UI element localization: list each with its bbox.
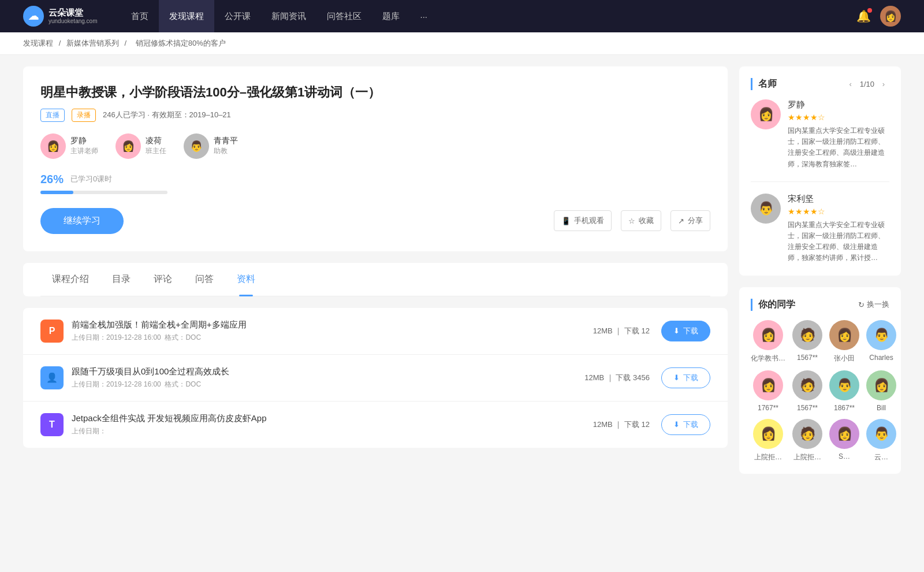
badge-rec: 录播 — [72, 109, 96, 122]
continue-button[interactable]: 继续学习 — [40, 208, 124, 234]
classmate-name-1: 1567** — [797, 354, 818, 362]
nav-right: 🔔 👩 — [856, 6, 901, 27]
teacher-name-0: 罗静 — [70, 136, 98, 146]
nav-item-news[interactable]: 新闻资讯 — [261, 0, 316, 32]
classmate-name-6: 1867** — [834, 404, 855, 412]
tab-resources[interactable]: 资料 — [225, 263, 267, 296]
resource-icon-2: T — [40, 413, 64, 436]
classmate-item-9: 🧑 上院拒… — [792, 419, 822, 462]
tab-review[interactable]: 评论 — [142, 263, 184, 296]
sidebar-teacher-desc-1: 国内某重点大学安全工程专业硕士，国家一级注册消防工程师、注册安全工程师、级注册建… — [788, 220, 889, 264]
course-title: 明星中教授课，小学阶段语法100分–强化级第1讲动词（一） — [40, 84, 710, 102]
nav-item-open[interactable]: 公开课 — [214, 0, 261, 32]
classmate-avatar-9[interactable]: 🧑 — [792, 419, 822, 449]
tab-intro[interactable]: 课程介绍 — [40, 263, 100, 296]
classmate-item-5: 🧑 1567** — [792, 370, 822, 412]
classmate-name-7: Bill — [877, 404, 886, 412]
sidebar: 名师 ‹ 1/10 › 👩 罗静 ★★★★☆ 国内某重点大学安全工程专业硕士，国… — [739, 66, 901, 485]
classmate-name-4: 1767** — [758, 404, 778, 412]
classmate-avatar-8[interactable]: 👩 — [753, 419, 783, 449]
resource-stats-0: 12MB ｜ 下载 12 — [593, 326, 650, 336]
download-button-1[interactable]: ⬇ 下载 — [661, 367, 710, 388]
download-button-2[interactable]: ⬇ 下载 — [661, 414, 710, 435]
share-button[interactable]: ↗ 分享 — [670, 210, 710, 231]
nav-item-discover[interactable]: 发现课程 — [159, 0, 214, 32]
teacher-item-2: 👨 青青平 助教 — [184, 133, 238, 159]
classmate-item-6: 👨 1867** — [829, 370, 859, 412]
course-meta-text: 246人已学习 · 有效期至：2019–10–21 — [103, 110, 231, 120]
bell-dot — [867, 8, 872, 13]
resource-title-2: Jetpack全组件实战 开发短视频应用高仿皮皮虾App — [72, 413, 593, 424]
tab-qa[interactable]: 问答 — [184, 263, 225, 296]
classmate-avatar-1[interactable]: 🧑 — [792, 320, 822, 350]
user-avatar[interactable]: 👩 — [880, 6, 901, 27]
mobile-watch-button[interactable]: 📱 手机观看 — [554, 210, 612, 231]
classmate-name-9: 上院拒… — [793, 452, 821, 462]
tab-catalog[interactable]: 目录 — [100, 263, 142, 296]
breadcrumb: 发现课程 / 新媒体营销系列 / 销冠修炼术搞定80%的客户 — [0, 32, 924, 55]
classmate-avatar-7[interactable]: 👩 — [866, 370, 896, 400]
classmate-avatar-3[interactable]: 👨 — [866, 320, 896, 350]
classmate-item-2: 👩 张小田 — [829, 320, 859, 363]
classmate-avatar-4[interactable]: 👩 — [753, 370, 783, 400]
classmate-name-11: 云… — [874, 452, 888, 462]
classmate-avatar-2[interactable]: 👩 — [829, 320, 859, 350]
nav-item-more[interactable]: ··· — [410, 0, 438, 32]
download-icon-0: ⬇ — [673, 326, 680, 335]
classmate-name-2: 张小田 — [834, 354, 855, 363]
mobile-icon: 📱 — [561, 217, 571, 225]
bell-icon[interactable]: 🔔 — [856, 9, 871, 23]
classmate-avatar-10[interactable]: 👩 — [829, 419, 859, 449]
resource-icon-1: 👤 — [40, 366, 64, 389]
resource-title-1: 跟随千万级项目从0到100全过程高效成长 — [72, 366, 584, 377]
classmate-name-5: 1567** — [797, 404, 818, 412]
progress-label: 已学习0课时 — [70, 174, 112, 184]
resource-stats-2: 12MB ｜ 下载 12 — [593, 419, 650, 430]
classmate-avatar-0[interactable]: 👩 — [753, 320, 783, 350]
progress-bar-bg — [40, 191, 167, 194]
sidebar-teacher-stars-1: ★★★★☆ — [788, 207, 889, 216]
course-card: 明星中教授课，小学阶段语法100分–强化级第1讲动词（一） 直播 录播 246人… — [23, 66, 728, 251]
teachers-pagination: ‹ 1/10 › — [845, 79, 889, 90]
resource-meta-0: 上传日期：2019-12-28 16:00 格式：DOC — [72, 333, 593, 343]
navbar: ☁ 云朵课堂 yunduoketang.com 首页 发现课程 公开课 新闻资讯… — [0, 0, 924, 32]
download-button-0[interactable]: ⬇ 下载 — [661, 321, 710, 341]
progress-bar-fill — [40, 191, 73, 194]
teachers-sidebar: 名师 ‹ 1/10 › 👩 罗静 ★★★★☆ 国内某重点大学安全工程专业硕士，国… — [739, 66, 901, 276]
collect-button[interactable]: ☆ 收藏 — [621, 210, 661, 231]
classmate-name-10: S… — [839, 452, 850, 460]
teacher-role-2: 助教 — [214, 146, 238, 156]
nav-item-home[interactable]: 首页 — [121, 0, 159, 32]
classmate-avatar-5[interactable]: 🧑 — [792, 370, 822, 400]
main-content: 明星中教授课，小学阶段语法100分–强化级第1讲动词（一） 直播 录播 246人… — [23, 66, 728, 485]
breadcrumb-item-series[interactable]: 新媒体营销系列 — [66, 39, 119, 47]
prev-page-button[interactable]: ‹ — [845, 79, 856, 90]
sidebar-teacher-avatar-0: 👩 — [751, 99, 781, 129]
classmate-item-4: 👩 1767** — [751, 370, 785, 412]
classmate-item-10: 👩 S… — [829, 419, 859, 462]
classmate-avatar-11[interactable]: 👨 — [866, 419, 896, 449]
resources-list: P 前端全栈加强版！前端全栈+全周期+多端应用 上传日期：2019-12-28 … — [23, 308, 728, 448]
classmates-title: 你的同学 — [751, 299, 795, 311]
resource-icon-0: P — [40, 320, 64, 343]
next-page-button[interactable]: › — [878, 79, 889, 90]
logo-icon: ☁ — [23, 6, 44, 27]
breadcrumb-item-discover[interactable]: 发现课程 — [23, 39, 53, 47]
share-icon: ↗ — [678, 217, 684, 225]
nav-item-qa[interactable]: 问答社区 — [316, 0, 372, 32]
classmate-item-11: 👨 云… — [866, 419, 896, 462]
teachers-list: 👩 罗静 主讲老师 👩 凌荷 班主任 — [40, 133, 710, 159]
sidebar-teacher-1: 👨 宋利坚 ★★★★☆ 国内某重点大学安全工程专业硕士，国家一级注册消防工程师、… — [751, 194, 889, 264]
logo[interactable]: ☁ 云朵课堂 yunduoketang.com — [23, 6, 98, 27]
nav-item-quiz[interactable]: 题库 — [372, 0, 410, 32]
resource-info-0: 前端全栈加强版！前端全栈+全周期+多端应用 上传日期：2019-12-28 16… — [72, 320, 593, 343]
classmate-name-0: 化学教书… — [751, 354, 785, 363]
teacher-role-1: 班主任 — [146, 146, 166, 156]
classmates-header: 你的同学 ↻ 换一换 — [751, 299, 889, 311]
teacher-avatar-1: 👩 — [116, 133, 141, 159]
classmate-item-1: 🧑 1567** — [792, 320, 822, 363]
teacher-avatar-2: 👨 — [184, 133, 209, 159]
classmate-avatar-6[interactable]: 👨 — [829, 370, 859, 400]
progress-percent: 26% — [40, 173, 64, 186]
refresh-button[interactable]: ↻ 换一换 — [858, 299, 889, 310]
